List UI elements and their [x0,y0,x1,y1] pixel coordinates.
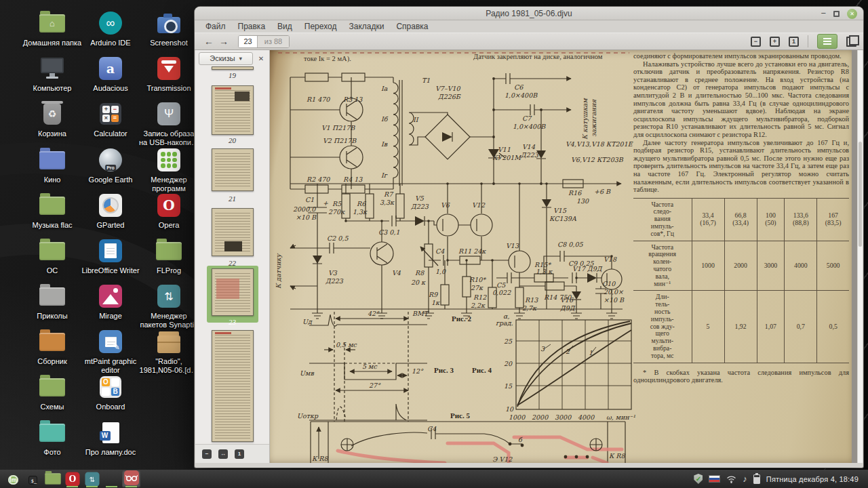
thumbnail-number: 19 [195,71,269,79]
window-titlebar[interactable]: Радио 1981_05-06.djvu − ✕ [195,7,863,20]
thumbnail-page-19[interactable] [212,66,254,70]
sidebar-close-button[interactable]: ✕ [256,55,266,62]
document-paragraph: Налаживать устройство лучше всего до уст… [633,60,849,139]
back-button[interactable]: ← [201,36,216,47]
desktop-icon-writer[interactable]: LibreOffice Writer [81,237,140,275]
desktop-icon-usb[interactable]: ΨЗапись образа на USB-накопи… [139,100,199,146]
taskbar-terminal[interactable]: $_ [24,470,42,487]
computer-icon [22,55,82,82]
desktop-icon-opera[interactable]: OOpera [139,192,199,230]
clock[interactable]: Пятница декабря 4, 18:49 [766,475,859,483]
zoom-in-button[interactable]: + [770,37,780,47]
zoom-original-button[interactable]: 1 [789,37,799,47]
desktop-icon-folder-green[interactable]: Музыка flac [22,192,82,230]
desktop-icon-label: Mirage [81,312,140,321]
battery-icon[interactable] [753,474,760,484]
window-title: Радио 1981_05-06.djvu [195,7,863,20]
thumbnail-size-button-1[interactable]: ↔ [218,449,228,459]
minimize-button[interactable]: − [821,10,826,17]
maximize-button[interactable] [833,11,840,17]
desktop-icon-mtpaint[interactable]: ✎mtPaint graphic editor [81,328,140,374]
taskbar-opera[interactable]: O [63,470,81,487]
taskbar-files[interactable] [43,470,62,487]
desktop-icon-calc[interactable]: +−×=Calculator [81,100,140,138]
chevron-down-icon: ▾ [239,56,242,62]
thumbnail-page-20[interactable] [212,85,254,135]
continuous-view-button[interactable] [817,34,837,49]
desktop-icon-folder-green[interactable]: ОС [22,237,82,275]
keyboard-layout-flag-icon[interactable] [709,475,720,483]
thumbnail-page-23[interactable] [212,268,254,316]
desktop-icon-label: Домашняя папка [22,39,82,47]
table-row-label: Дли- тель- ность импуль- сов жду- щего м… [633,291,692,363]
taskbar-menu-button[interactable]: lm [4,470,22,487]
menu-item-1[interactable]: Правка [232,22,272,31]
desktop-icon-worddoc[interactable]: WПро лампу.doc [81,419,140,457]
desktop-icon-arduino[interactable]: ∞Arduino IDE [81,9,140,47]
desktop-icon-onboard[interactable]: OBOnboard [81,373,140,411]
taskbar-archive-manager[interactable] [102,470,121,487]
desktop-icon-synaptic[interactable]: ⇅Менеджер пакетов Synaptic [139,283,199,329]
desktop-icon-folder-green[interactable]: FLProg [139,237,199,275]
thumbnail-page-21[interactable] [212,148,254,191]
menu-item-3[interactable]: Переход [298,22,343,31]
menu-item-2[interactable]: Вид [271,22,298,31]
figure-label: R7 [384,190,394,198]
desktop-icon-folder-orange[interactable]: Сборник [22,328,82,366]
figure-label: 3,3к [380,199,395,206]
menu-item-5[interactable]: Справка [390,22,434,31]
update-shield-icon[interactable]: ✓ [694,474,703,484]
figure-label: R16 [568,189,582,197]
taskbar-synaptic[interactable]: ⇅ [83,470,101,487]
vertical-scrollbar[interactable] [857,50,863,463]
sidebar-mode-dropdown[interactable]: Эскизы▾ [199,52,253,65]
desktop-icon-audacious[interactable]: aAudacious [81,55,140,93]
document-view[interactable]: токе Iк = 2 мА).Датчик закрепляют на дис… [270,50,863,463]
figure-label: ВМТ [412,310,429,317]
transmission-icon [139,55,199,82]
menu-button-icon: lm [8,472,18,486]
figure-label: 0,5 мс [336,341,357,348]
page-number-input[interactable]: 23 [239,36,257,47]
desktop-icon-folder-teal[interactable]: Фото [22,419,82,457]
thumbnail-size-button-0[interactable]: − [202,449,212,459]
close-button[interactable]: ✕ [847,9,857,19]
desktop-root: { "desktop": { "icons": [ {"label":"Дома… [0,0,868,488]
wifi-icon[interactable] [726,475,736,483]
desktop-icon-software[interactable]: Менеджер программ [139,146,199,192]
thumbnail-page-22[interactable] [212,208,254,256]
figure-label: 3 [540,345,545,352]
desktop-icon-transmission[interactable]: Transmission [139,55,199,93]
dual-page-button[interactable] [846,37,856,47]
taskbar-djvu-viewer[interactable] [122,470,140,487]
desktop-icon-gearth[interactable]: ProGoogle Earth [81,146,140,184]
figure-label: V13 [506,242,519,249]
menu-item-4[interactable]: Закладки [342,22,390,31]
figure-label: V17 Д9Д [572,265,603,272]
desktop-icon-folder-green[interactable]: Схемы [22,373,82,411]
figure-label: R6 [357,200,366,207]
thumbnail-page-24[interactable] [212,330,254,442]
thumbnail-size-button-2[interactable]: 1 [235,449,244,459]
figure-label: V6,V12 КТ203В [571,156,624,163]
desktop-icon-label: Transmission [139,84,199,93]
desktop-icon-computer[interactable]: Компьютер [22,55,82,93]
desktop-icon-camera[interactable]: Screenshot [139,9,199,47]
desktop-icon-label: Корзина [22,129,82,138]
worddoc-icon: W [81,419,140,446]
desktop-icon-gparted[interactable]: GParted [81,192,140,230]
menu-item-0[interactable]: Файл [199,22,232,31]
desktop-icon-folder-blue[interactable]: Кино [22,146,82,184]
scrollbar-thumb[interactable] [859,142,862,247]
desktop-icon-home[interactable]: ⌂Домашняя папка [22,9,82,47]
figure-label: R12 [473,293,487,301]
desktop-icon-trash[interactable]: ♻Корзина [22,100,82,138]
table-row: Частота вращения колен- чатого вала, мин… [633,241,849,291]
forward-button[interactable]: → [216,36,231,47]
desktop-icon-label: Менеджер пакетов Synaptic [139,312,199,329]
desktop-icon-package[interactable]: "Radio", 1981,N05-06.[d… [139,328,199,374]
zoom-out-button[interactable]: − [751,37,761,47]
desktop-icon-folder-gray[interactable]: Приколы [22,283,82,321]
desktop-icon-mirage[interactable]: Mirage [81,283,140,321]
audio-player-icon[interactable]: ♪ [743,474,747,484]
